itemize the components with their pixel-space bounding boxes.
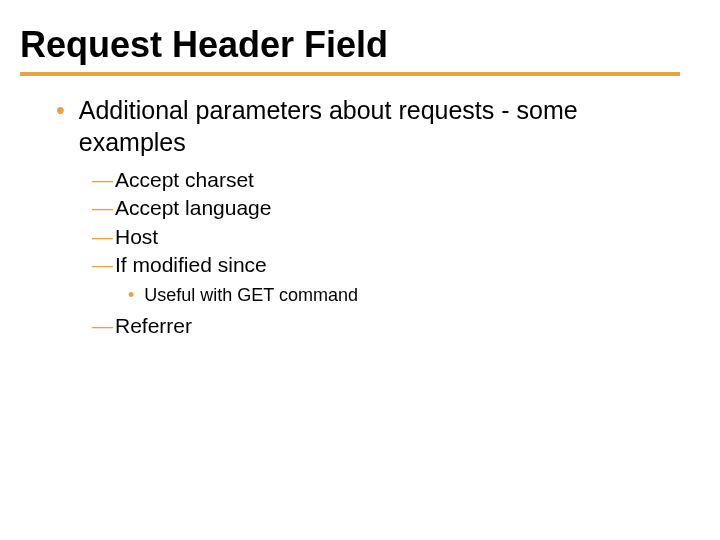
dash-icon: — (92, 251, 113, 279)
slide: Request Header Field • Additional parame… (0, 0, 720, 540)
dash-icon: — (92, 194, 113, 222)
level2-text: Referrer (115, 312, 192, 340)
dash-icon: — (92, 166, 113, 194)
level2-item: — Accept charset (92, 166, 680, 194)
level1-text: Additional parameters about requests - s… (79, 94, 680, 158)
dash-icon: — (92, 312, 113, 340)
level1-list: • Additional parameters about requests -… (20, 94, 680, 158)
level2-text: If modified since (115, 251, 267, 279)
bullet-icon: • (56, 94, 65, 126)
level2-list: — Accept charset — Accept language — Hos… (20, 166, 680, 279)
level3-text: Useful with GET command (144, 283, 358, 307)
level3-item: • Useful with GET command (128, 283, 680, 307)
level2-text: Accept language (115, 194, 271, 222)
level3-list: • Useful with GET command (20, 283, 680, 307)
bullet-icon: • (128, 283, 134, 307)
level2-text: Host (115, 223, 158, 251)
level2-item: — Accept language (92, 194, 680, 222)
level2-item: — Referrer (92, 312, 680, 340)
slide-title: Request Header Field (20, 24, 680, 76)
dash-icon: — (92, 223, 113, 251)
level2-item: — If modified since (92, 251, 680, 279)
level1-item: • Additional parameters about requests -… (56, 94, 680, 158)
level2-list-cont: — Referrer (20, 312, 680, 340)
level2-item: — Host (92, 223, 680, 251)
level2-text: Accept charset (115, 166, 254, 194)
